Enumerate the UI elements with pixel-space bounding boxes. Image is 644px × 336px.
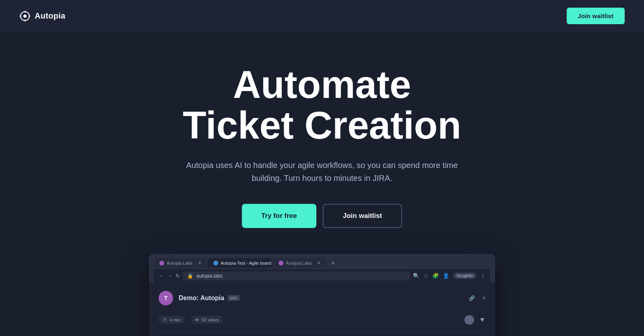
dropdown-icon[interactable]: ▼ xyxy=(479,316,485,324)
logo-area: Autopia xyxy=(19,10,66,22)
lock-icon: 🔒 xyxy=(187,273,193,279)
hero-subtitle: Autopia uses AI to handle your agile wor… xyxy=(181,159,463,185)
tab-favicon-1 xyxy=(159,261,164,265)
browser-addressbar-row: ← → ↻ 🔒 autopia.labs 🔍 ☆ 🧩 👤 Incognito ⋮ xyxy=(154,269,490,283)
browser-tabs: Autopia Labs ✕ Autopia-Test - Agile boar… xyxy=(154,257,490,269)
tab-label-2: Autopia-Test - Agile board -... xyxy=(221,261,272,265)
svg-point-1 xyxy=(23,15,27,18)
browser-tab-3[interactable]: Autopia Labs ✕ xyxy=(273,258,326,268)
avatar-sm xyxy=(464,315,474,325)
extensions-icon[interactable]: 🧩 xyxy=(432,273,439,279)
tab-close-1[interactable]: ✕ xyxy=(195,261,201,265)
external-link-icon[interactable]: ↗ xyxy=(481,295,485,301)
brand-name: Autopia xyxy=(35,11,66,21)
try-for-free-button[interactable]: Try for free xyxy=(242,204,316,228)
views-badge: 👁 50 views xyxy=(191,316,223,324)
browser-tab-1[interactable]: Autopia Labs ✕ xyxy=(154,258,207,268)
back-button[interactable]: ← xyxy=(159,273,164,279)
tab-favicon-3 xyxy=(279,261,283,265)
address-text: autopia.labs xyxy=(196,273,223,279)
read-time-text: 4 min xyxy=(169,317,180,322)
svg-point-5 xyxy=(29,15,30,17)
nav-join-waitlist-button[interactable]: Join waitlist xyxy=(567,8,625,24)
svg-point-3 xyxy=(24,20,26,21)
demo-title: Demo: Autopia xyxy=(179,295,224,302)
hero-title: Automate Ticket Creation xyxy=(183,64,461,146)
browser-mockup: Autopia Labs ✕ Autopia-Test - Agile boar… xyxy=(149,254,495,336)
address-bar[interactable]: 🔒 autopia.labs xyxy=(183,272,410,280)
browser-topbar: Autopia Labs ✕ Autopia-Test - Agile boar… xyxy=(149,254,495,283)
hero-title-line1: Automate xyxy=(233,63,411,106)
demo-meta: 🔗 ↗ xyxy=(469,295,485,301)
svg-point-2 xyxy=(24,11,26,12)
views-text: 50 views xyxy=(202,317,219,322)
hero-title-line2: Ticket Creation xyxy=(183,104,461,147)
hero-section: Automate Ticket Creation Autopia uses AI… xyxy=(0,32,644,336)
refresh-button[interactable]: ↻ xyxy=(175,273,180,279)
svg-point-4 xyxy=(20,15,21,17)
bookmark-icon[interactable]: ☆ xyxy=(423,273,428,279)
new-tab-button[interactable]: + xyxy=(327,257,339,269)
hero-buttons: Try for free Join waitlist xyxy=(242,204,402,228)
demo-header: T Demo: Autopia labs 🔗 ↗ xyxy=(159,291,485,305)
toolbar-actions: ▼ xyxy=(464,315,485,325)
join-waitlist-button[interactable]: Join waitlist xyxy=(323,204,402,228)
demo-toolbar: ⏱ 4 min 👁 50 views ▼ xyxy=(159,312,485,332)
browser-actions: 🔍 ☆ 🧩 👤 Incognito ⋮ xyxy=(413,273,485,279)
tab-close-3[interactable]: ✕ xyxy=(314,261,320,265)
demo-labs-badge: labs xyxy=(227,295,239,301)
menu-icon[interactable]: ⋮ xyxy=(480,273,485,279)
search-icon[interactable]: 🔍 xyxy=(413,273,419,279)
incognito-badge: Incognito xyxy=(453,273,476,279)
eye-icon: 👁 xyxy=(195,317,199,322)
demo-title-area: Demo: Autopia labs xyxy=(179,295,240,302)
demo-avatar: T xyxy=(159,291,173,305)
tab-favicon-2 xyxy=(213,261,218,265)
read-time-badge: ⏱ 4 min xyxy=(159,316,184,324)
autopia-logo-icon xyxy=(19,10,31,22)
clock-icon: ⏱ xyxy=(163,317,167,322)
profile-icon[interactable]: 👤 xyxy=(443,273,449,279)
forward-button[interactable]: → xyxy=(167,273,172,279)
tab-label-1: Autopia Labs xyxy=(167,261,192,265)
navbar: Autopia Join waitlist xyxy=(0,0,644,32)
browser-tab-2[interactable]: Autopia-Test - Agile board -... ✕ xyxy=(208,258,272,268)
browser-content: T Demo: Autopia labs 🔗 ↗ ⏱ 4 min 👁 xyxy=(149,283,495,336)
tab-label-3: Autopia Labs xyxy=(286,261,312,265)
share-icon[interactable]: 🔗 xyxy=(469,295,475,301)
